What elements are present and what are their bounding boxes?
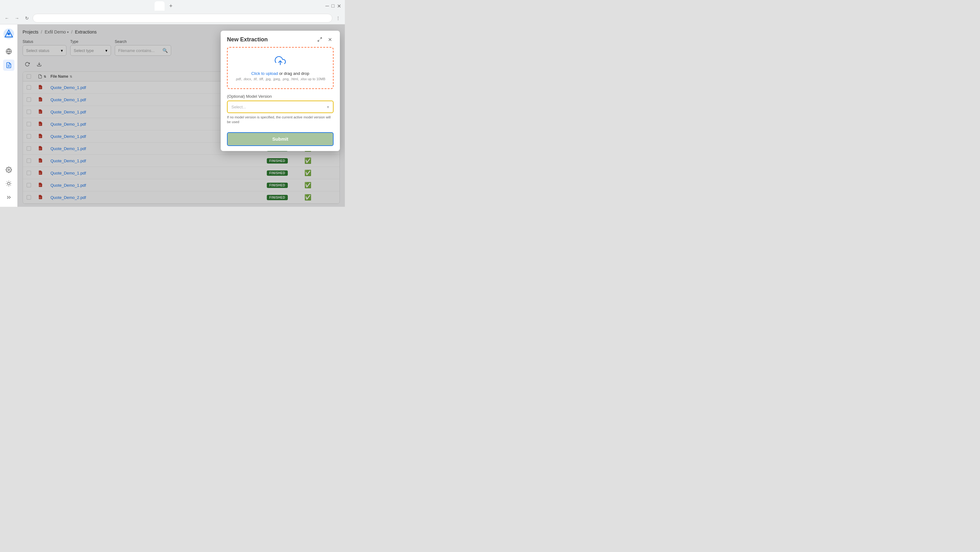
svg-line-11 — [10, 185, 11, 186]
upload-link[interactable]: Click to upload — [251, 71, 278, 76]
minimize-button[interactable]: ─ — [325, 3, 329, 9]
model-version-section: (Optional) Model Version Select... ▾ If … — [227, 94, 334, 125]
sidebar-logo[interactable] — [3, 28, 14, 41]
model-version-select[interactable]: Select... ▾ — [227, 101, 334, 113]
model-version-placeholder: Select... — [231, 105, 246, 109]
main-content: Projects / Exfil Demo ▾ / Extractions St… — [18, 24, 345, 207]
browser-menu-button[interactable]: ⋮ — [334, 14, 342, 22]
close-button[interactable]: ✕ — [337, 3, 341, 9]
back-button[interactable]: ← — [3, 14, 11, 22]
svg-line-27 — [320, 38, 321, 39]
sidebar-bottom — [3, 164, 14, 203]
upload-or-text: or drag and drop — [278, 71, 309, 76]
modal-actions: ✕ — [316, 36, 334, 43]
svg-point-7 — [7, 182, 10, 185]
new-extraction-modal: New Extraction ✕ — [221, 31, 340, 151]
modal-title: New Extraction — [227, 36, 268, 43]
svg-line-14 — [6, 185, 7, 186]
upload-zone[interactable]: Click to upload or drag and drop .pdf, .… — [227, 47, 334, 89]
svg-line-28 — [318, 40, 320, 41]
sidebar-item-globe[interactable] — [3, 46, 14, 57]
modal-expand-button[interactable] — [316, 36, 323, 43]
submit-button[interactable]: Submit — [227, 132, 334, 146]
svg-line-10 — [6, 182, 7, 182]
maximize-button[interactable]: □ — [331, 3, 334, 9]
forward-button[interactable]: → — [13, 14, 21, 22]
model-version-label: (Optional) Model Version — [227, 94, 334, 99]
title-bar: + ─ □ ✕ — [0, 0, 345, 12]
svg-point-1 — [8, 33, 10, 35]
upload-hint: .pdf, .docx, .tif, .tiff, .jpg, .jpeg, .… — [234, 77, 327, 81]
app-container: Projects / Exfil Demo ▾ / Extractions St… — [0, 24, 345, 207]
upload-text: Click to upload or drag and drop — [234, 71, 327, 76]
svg-line-15 — [10, 182, 11, 182]
sidebar-item-extractions[interactable] — [3, 60, 14, 71]
refresh-button[interactable]: ↻ — [22, 14, 31, 22]
model-chevron-icon: ▾ — [327, 105, 329, 109]
new-tab-button[interactable]: + — [167, 2, 175, 10]
address-bar[interactable] — [33, 14, 332, 22]
sidebar-expand-button[interactable] — [3, 192, 14, 203]
modal-close-button[interactable]: ✕ — [326, 36, 334, 43]
model-version-hint: If no model version is specified, the cu… — [227, 115, 334, 125]
sidebar-item-settings[interactable] — [3, 164, 14, 175]
modal-header: New Extraction ✕ — [221, 31, 340, 47]
upload-icon — [234, 55, 327, 68]
svg-point-6 — [8, 169, 10, 171]
sidebar-item-theme[interactable] — [3, 178, 14, 189]
browser-tab[interactable] — [154, 1, 165, 11]
modal-body: Click to upload or drag and drop .pdf, .… — [221, 47, 340, 151]
sidebar — [0, 24, 18, 207]
browser-nav: ← → ↻ ⋮ — [0, 12, 345, 24]
